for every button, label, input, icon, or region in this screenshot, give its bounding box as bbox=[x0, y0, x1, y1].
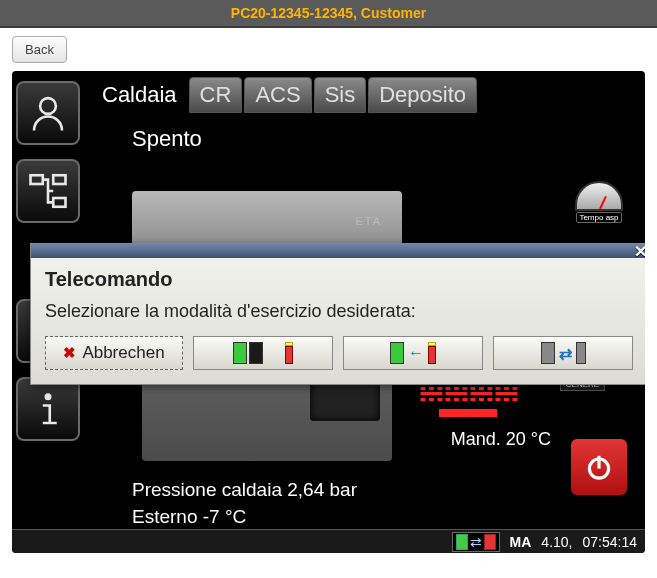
mode-auto-button[interactable]: ⇄ bbox=[493, 336, 633, 370]
info-icon bbox=[27, 388, 69, 430]
toolbar: Back bbox=[0, 28, 657, 71]
mini-heater-icon bbox=[484, 534, 496, 550]
sidebar-schema-button[interactable] bbox=[16, 159, 80, 223]
statusbar-date: 4.10, bbox=[541, 534, 572, 550]
dialog-title: Telecomando bbox=[45, 268, 637, 291]
mini-sensor-icon bbox=[456, 534, 468, 550]
status-bar: ⇄ MA 4.10, 07:54:14 bbox=[12, 529, 645, 553]
mini-exchange-icon: ⇄ bbox=[470, 534, 482, 550]
tab-acs[interactable]: ACS bbox=[244, 77, 311, 113]
tempo-label: Tempo asp bbox=[576, 212, 621, 223]
title-bar: PC20-12345-12345, Customer bbox=[0, 0, 657, 28]
cancel-x-icon: ✖ bbox=[63, 344, 76, 362]
power-button[interactable] bbox=[571, 439, 627, 495]
cancel-label: Abbrechen bbox=[82, 343, 164, 363]
svg-rect-3 bbox=[53, 198, 65, 207]
dialog-header: ✕ bbox=[31, 244, 645, 258]
svg-rect-2 bbox=[53, 175, 65, 184]
heat-bar-icon bbox=[439, 409, 497, 417]
heating-icon: 𝍐𝍐𝍐𝍐 bbox=[436, 381, 500, 429]
tab-caldaia[interactable]: Caldaia bbox=[92, 78, 187, 112]
dialog-text: Selezionare la modalità d'esercizio desi… bbox=[45, 301, 637, 322]
tab-bar: Caldaia CR ACS Sis Deposito bbox=[92, 77, 477, 113]
dialog-body: Telecomando Selezionare la modalità d'es… bbox=[31, 258, 645, 384]
outdoor-temp-label: Esterno -7 °C bbox=[132, 506, 246, 528]
mode-auto-icon: ⇄ bbox=[541, 342, 586, 364]
tab-sis[interactable]: Sis bbox=[314, 77, 367, 113]
svg-point-4 bbox=[45, 393, 52, 400]
boiler-brand: ETA bbox=[355, 215, 382, 227]
sidebar-user-button[interactable] bbox=[16, 81, 80, 145]
sidebar-info-button[interactable] bbox=[16, 377, 80, 441]
gauge-icon bbox=[575, 181, 623, 211]
svg-rect-1 bbox=[31, 175, 43, 184]
hmi-screen: Caldaia CR ACS Sis Deposito Spento ETA T… bbox=[12, 71, 645, 553]
statusbar-time: 07:54:14 bbox=[583, 534, 638, 550]
statusbar-day: MA bbox=[510, 534, 532, 550]
svg-point-0 bbox=[40, 98, 56, 114]
mode-standby-button[interactable] bbox=[193, 336, 333, 370]
cancel-button[interactable]: ✖ Abbrechen bbox=[45, 336, 183, 370]
statusbar-mode-icon: ⇄ bbox=[452, 532, 500, 552]
boiler-top: ETA bbox=[132, 191, 402, 251]
flow-temp-label: Mand. 20 °C bbox=[451, 429, 551, 450]
mode-standby-icon bbox=[233, 342, 293, 364]
telecomando-dialog: ✕ Telecomando Selezionare la modalità d'… bbox=[30, 243, 645, 385]
dialog-close-button[interactable]: ✕ bbox=[634, 242, 645, 261]
tab-deposito[interactable]: Deposito bbox=[368, 77, 477, 113]
tempo-gauge[interactable]: Tempo asp bbox=[571, 181, 627, 237]
back-button[interactable]: Back bbox=[12, 36, 67, 63]
schema-icon bbox=[27, 170, 69, 212]
title-text: PC20-12345-12345, Customer bbox=[231, 5, 426, 21]
mode-load-button[interactable]: ← bbox=[343, 336, 483, 370]
dialog-button-row: ✖ Abbrechen ← bbox=[45, 336, 637, 370]
tab-cr[interactable]: CR bbox=[189, 77, 243, 113]
user-icon bbox=[27, 92, 69, 134]
boiler-status: Spento bbox=[132, 126, 202, 152]
power-icon bbox=[583, 451, 615, 483]
mode-load-icon: ← bbox=[390, 342, 436, 364]
boiler-pressure-label: Pressione caldaia 2,64 bar bbox=[132, 479, 357, 501]
